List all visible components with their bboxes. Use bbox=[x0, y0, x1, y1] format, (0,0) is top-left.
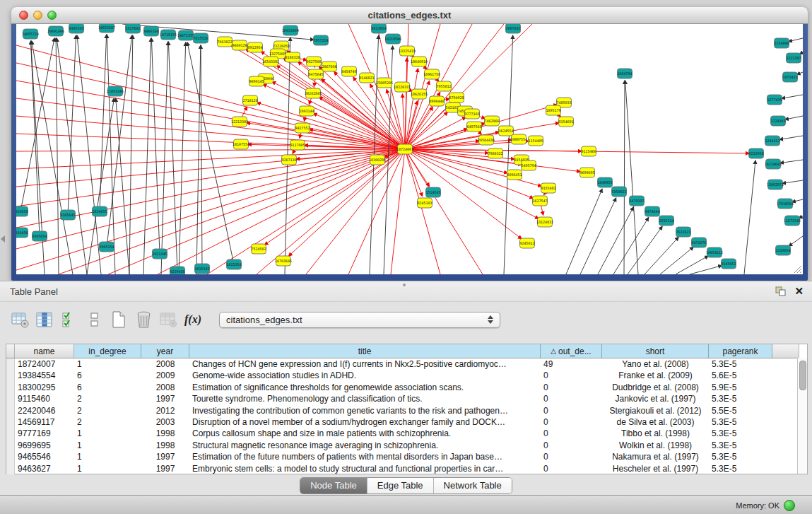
table-panel-header[interactable]: Table Panel ✕ bbox=[0, 281, 812, 302]
delete-table-icon[interactable] bbox=[134, 310, 153, 329]
graph-edge[interactable] bbox=[168, 42, 177, 271]
table-row[interactable]: 1830029562008Estimation of significance … bbox=[6, 382, 807, 393]
graph-edge[interactable] bbox=[348, 149, 405, 274]
graph-edge[interactable] bbox=[660, 247, 693, 274]
graph-edge[interactable] bbox=[288, 149, 405, 256]
float-panel-icon[interactable] bbox=[775, 286, 786, 296]
graph-edge[interactable] bbox=[334, 71, 405, 149]
table-settings-icon[interactable] bbox=[10, 310, 30, 329]
table-row[interactable]: 946362711997Embryonic stem cells: a mode… bbox=[6, 463, 807, 474]
tab-node-table[interactable]: Node Table bbox=[300, 478, 367, 493]
graph-edge[interactable] bbox=[151, 38, 160, 254]
graph-edge[interactable] bbox=[645, 237, 678, 274]
graph-edge[interactable] bbox=[580, 198, 616, 274]
table-row[interactable]: 2242004622012Investigating the contribut… bbox=[6, 405, 807, 416]
function-builder-icon[interactable]: f(x) bbox=[183, 310, 203, 329]
table-scrollbar[interactable] bbox=[797, 358, 807, 474]
graph-edge[interactable] bbox=[30, 41, 40, 236]
table-selector-dropdown[interactable]: citations_edges.txt bbox=[219, 312, 500, 328]
graph-edge[interactable] bbox=[785, 116, 803, 119]
splitter-grip-icon[interactable] bbox=[403, 284, 406, 286]
table-row[interactable]: 977716911998Corpus callosum shape and si… bbox=[6, 428, 807, 439]
column-header-title[interactable]: title bbox=[189, 344, 541, 358]
graph-edge[interactable] bbox=[782, 95, 803, 98]
graph-edge[interactable] bbox=[624, 81, 625, 274]
graph-edge[interactable] bbox=[143, 38, 151, 274]
graph-edge[interactable] bbox=[405, 107, 433, 149]
graph-edge[interactable] bbox=[207, 149, 405, 274]
graph-edge[interactable] bbox=[179, 42, 186, 274]
graph-edge[interactable] bbox=[16, 149, 405, 151]
resize-grip-icon[interactable] bbox=[793, 264, 802, 274]
table-cell: 0 bbox=[541, 393, 602, 404]
tab-edge-table[interactable]: Edge Table bbox=[367, 478, 434, 493]
graph-edge[interactable] bbox=[504, 35, 513, 274]
graph-edge[interactable] bbox=[405, 149, 749, 153]
close-panel-icon[interactable]: ✕ bbox=[794, 286, 804, 296]
column-header-year[interactable]: year bbox=[141, 344, 189, 358]
graph-edge[interactable] bbox=[613, 218, 649, 274]
graph-edge[interactable] bbox=[16, 149, 405, 249]
graph-edge[interactable] bbox=[158, 149, 405, 274]
graph-edge[interactable] bbox=[789, 236, 803, 246]
graph-edge[interactable] bbox=[306, 149, 405, 274]
graph-edge[interactable] bbox=[129, 35, 133, 274]
graph-edge[interactable] bbox=[116, 98, 129, 274]
graph-edge[interactable] bbox=[628, 226, 662, 274]
scrollbar-thumb[interactable] bbox=[799, 361, 806, 390]
graph-node-label: 7462066 bbox=[484, 119, 499, 123]
graph-edge[interactable] bbox=[16, 116, 405, 149]
node-table: namein_degreeyeartitle△out_de...shortpag… bbox=[6, 344, 808, 474]
graph-edge[interactable] bbox=[779, 136, 803, 139]
minimize-window-button[interactable] bbox=[33, 11, 42, 20]
column-header-in_degree[interactable]: in_degree bbox=[74, 344, 141, 358]
graph-edge[interactable] bbox=[272, 82, 405, 149]
show-column-icon[interactable] bbox=[35, 310, 54, 329]
graph-edge[interactable] bbox=[744, 160, 755, 274]
column-header-name[interactable]: name bbox=[15, 344, 74, 358]
row-select-checks-icon[interactable] bbox=[59, 310, 79, 329]
network-graph[interactable]: 1872400718300295766382296601288912954232… bbox=[16, 24, 803, 274]
column-header-filler[interactable] bbox=[772, 344, 799, 358]
table-row[interactable]: 1456911722003Disruption of a novel membe… bbox=[6, 416, 807, 428]
window-titlebar[interactable]: citations_edges.txt bbox=[11, 7, 808, 24]
column-header-pagerank[interactable]: pagerank bbox=[709, 344, 772, 358]
table-row[interactable]: 969969511998Structural magnetic resonanc… bbox=[6, 440, 807, 451]
graph-edge[interactable] bbox=[16, 81, 405, 149]
graph-node-label: 1527602 bbox=[125, 26, 140, 30]
table-row[interactable]: 911546021997Tourette syndrome. Phenomeno… bbox=[6, 393, 807, 404]
column-header-out_de...[interactable]: △out_de... bbox=[541, 344, 602, 358]
graph-edge[interactable] bbox=[391, 149, 405, 274]
graph-edge[interactable] bbox=[405, 149, 440, 274]
graph-edge[interactable] bbox=[161, 42, 168, 274]
zoom-window-button[interactable] bbox=[47, 11, 57, 20]
graph-edge[interactable] bbox=[257, 103, 405, 149]
graph-edge[interactable] bbox=[782, 180, 803, 183]
graph-edge[interactable] bbox=[57, 38, 87, 274]
tab-network-table[interactable]: Network Table bbox=[434, 478, 512, 493]
merge-rows-icon[interactable] bbox=[84, 310, 104, 329]
create-table-icon[interactable] bbox=[109, 310, 129, 329]
graph-edge[interactable] bbox=[77, 35, 101, 274]
network-canvas[interactable]: 1872400718300295766382296601288912954232… bbox=[16, 24, 803, 274]
graph-node-label: 8186328 bbox=[285, 55, 300, 59]
graph-edge[interactable] bbox=[789, 38, 803, 42]
graph-edge[interactable] bbox=[68, 35, 76, 215]
graph-edge[interactable] bbox=[405, 24, 504, 149]
graph-edge[interactable] bbox=[566, 189, 602, 274]
close-window-button[interactable] bbox=[19, 11, 28, 20]
graph-edge[interactable] bbox=[780, 160, 803, 163]
graph-edge[interactable] bbox=[598, 207, 633, 274]
graph-edge[interactable] bbox=[405, 149, 522, 165]
graph-edge[interactable] bbox=[676, 256, 708, 274]
graph-edge[interactable] bbox=[16, 149, 405, 270]
table-row[interactable]: 1938455462009Genome-wide association stu… bbox=[6, 370, 807, 381]
collapse-arrow-icon[interactable] bbox=[1, 235, 5, 243]
table-row[interactable]: 946554611997Estimation of the future num… bbox=[6, 451, 807, 462]
table-row[interactable]: 1872400712008Changes of HCN gene express… bbox=[6, 358, 807, 370]
graph-edge[interactable] bbox=[405, 149, 483, 274]
table-cell: Nakamura et al. (1997) bbox=[602, 451, 709, 462]
column-header-short[interactable]: short bbox=[602, 344, 709, 358]
graph-edge[interactable] bbox=[690, 266, 722, 274]
table-cell: 1998 bbox=[141, 428, 189, 439]
